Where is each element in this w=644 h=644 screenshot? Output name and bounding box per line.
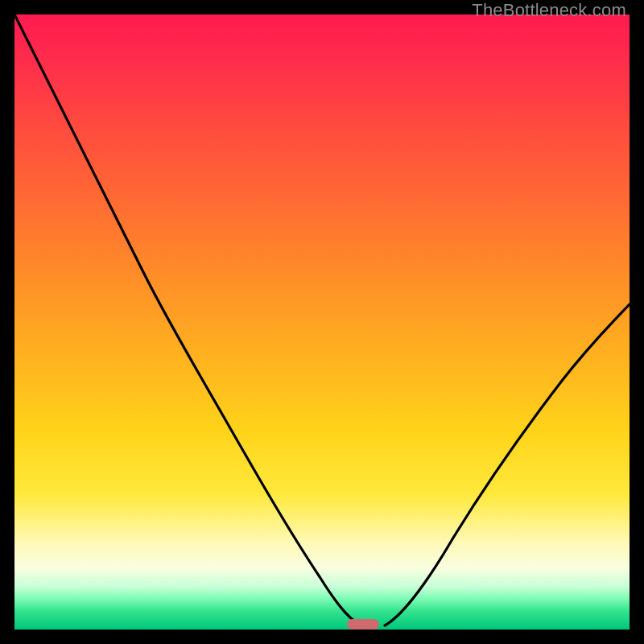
chart-frame: TheBottleneck.com: [0, 0, 644, 644]
curve-right-branch: [385, 304, 630, 625]
plot-area: [14, 14, 630, 630]
curve-left-branch: [14, 14, 362, 625]
watermark-text: TheBottleneck.com: [472, 0, 626, 21]
bottleneck-curve: [14, 14, 630, 630]
optimal-marker: [347, 619, 379, 630]
